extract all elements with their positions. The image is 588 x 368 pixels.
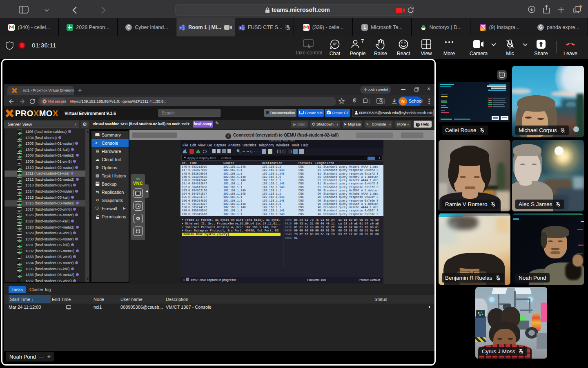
- svg-text:T: T: [239, 26, 241, 29]
- svg-text:T: T: [180, 26, 182, 29]
